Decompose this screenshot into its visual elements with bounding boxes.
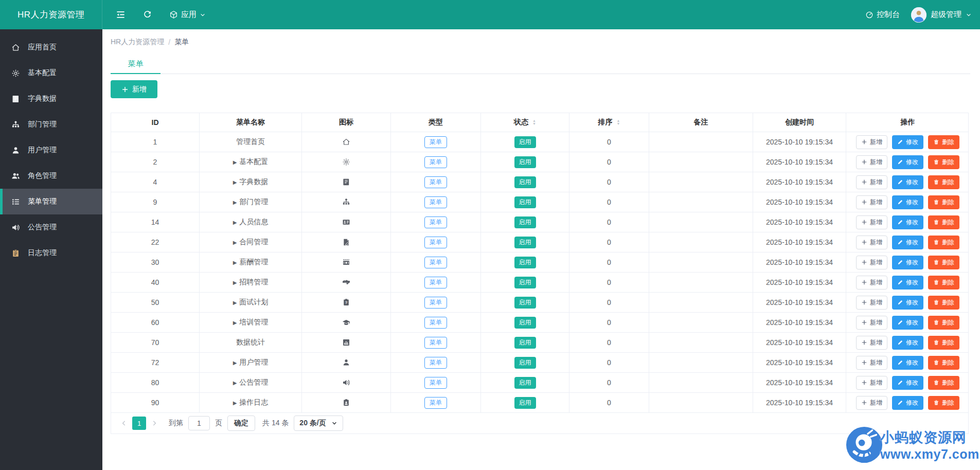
- row-add-button[interactable]: 新增: [856, 195, 887, 209]
- row-delete-button[interactable]: 删除: [928, 195, 959, 209]
- row-edit-button[interactable]: 修改: [892, 376, 923, 390]
- sidebar-item-menu[interactable]: 菜单管理: [0, 189, 102, 214]
- page-number-button[interactable]: 1: [132, 417, 146, 430]
- row-edit-button[interactable]: 修改: [892, 175, 923, 189]
- row-edit-button[interactable]: 修改: [892, 215, 923, 229]
- row-delete-button[interactable]: 删除: [928, 336, 959, 350]
- expand-caret-icon[interactable]: ▶: [233, 220, 237, 225]
- row-add-button[interactable]: 新增: [856, 175, 887, 189]
- expand-caret-icon[interactable]: ▶: [233, 360, 237, 366]
- row-delete-button[interactable]: 删除: [928, 215, 959, 229]
- row-delete-button[interactable]: 删除: [928, 316, 959, 330]
- column-header-5[interactable]: 状态▲▼: [481, 113, 569, 132]
- sidebar-item-label: 公告管理: [28, 223, 57, 232]
- row-delete-button[interactable]: 删除: [928, 396, 959, 410]
- sidebar-item-log[interactable]: 日志管理: [0, 240, 102, 266]
- sidebar-item-home[interactable]: 应用首页: [0, 34, 102, 60]
- table-row: 50▶面试计划?菜单启用02025-10-10 19:15:34新增修改删除: [111, 293, 968, 313]
- expand-caret-icon[interactable]: ▶: [233, 260, 237, 265]
- row-delete-button[interactable]: 删除: [928, 356, 959, 370]
- row-add-button[interactable]: 新增: [856, 296, 887, 310]
- cell-menu-name[interactable]: ▶操作日志: [200, 393, 302, 412]
- cell-menu-name[interactable]: ▶部门管理: [200, 192, 302, 212]
- expand-caret-icon[interactable]: ▶: [233, 320, 237, 326]
- row-delete-button[interactable]: 删除: [928, 376, 959, 390]
- action-button-label: 删除: [942, 358, 954, 367]
- row-edit-button[interactable]: 修改: [892, 356, 923, 370]
- expand-caret-icon[interactable]: ▶: [233, 179, 237, 185]
- cell-menu-name[interactable]: ▶合同管理: [200, 232, 302, 252]
- app-menu-dropdown[interactable]: 应用: [169, 10, 206, 20]
- row-edit-button[interactable]: 修改: [892, 336, 923, 350]
- page-size-select[interactable]: 20 条/页: [294, 415, 343, 431]
- row-delete-button[interactable]: 删除: [928, 155, 959, 169]
- next-page-button[interactable]: [151, 417, 157, 430]
- console-button[interactable]: 控制台: [865, 10, 900, 20]
- refresh-icon[interactable]: [143, 10, 152, 19]
- row-edit-button[interactable]: 修改: [892, 276, 923, 290]
- sidebar-item-dict[interactable]: 字典数据: [0, 86, 102, 112]
- cell-menu-name[interactable]: ▶基本配置: [200, 152, 302, 172]
- row-add-button[interactable]: 新增: [856, 236, 887, 249]
- expand-caret-icon[interactable]: ▶: [233, 380, 237, 386]
- expand-caret-icon[interactable]: ▶: [233, 300, 237, 305]
- row-edit-button[interactable]: 修改: [892, 256, 923, 269]
- cell-menu-name[interactable]: ▶薪酬管理: [200, 252, 302, 272]
- user-dropdown[interactable]: 超级管理: [911, 7, 972, 23]
- row-edit-button[interactable]: 修改: [892, 236, 923, 249]
- sidebar-item-notice[interactable]: 公告管理: [0, 214, 102, 240]
- confirm-page-button[interactable]: 确定: [227, 415, 255, 431]
- row-delete-button[interactable]: 删除: [928, 175, 959, 189]
- sidebar-item-config[interactable]: 基本配置: [0, 60, 102, 86]
- row-add-button[interactable]: 新增: [856, 135, 887, 149]
- row-edit-button[interactable]: 修改: [892, 135, 923, 149]
- cell-menu-name[interactable]: ▶用户管理: [200, 353, 302, 372]
- sidebar-item-user[interactable]: 用户管理: [0, 137, 102, 163]
- sort-carets-icon[interactable]: ▲▼: [617, 119, 620, 125]
- row-add-button[interactable]: 新增: [856, 155, 887, 169]
- add-button[interactable]: 新增: [111, 80, 157, 98]
- row-add-button[interactable]: 新增: [856, 396, 887, 410]
- expand-caret-icon[interactable]: ▶: [233, 200, 237, 205]
- sidebar-item-dept[interactable]: 部门管理: [0, 112, 102, 137]
- row-add-button[interactable]: 新增: [856, 276, 887, 290]
- row-add-button[interactable]: 新增: [856, 215, 887, 229]
- prev-page-button[interactable]: [121, 417, 127, 430]
- sidebar-item-role[interactable]: 角色管理: [0, 163, 102, 189]
- sort-carets-icon[interactable]: ▲▼: [532, 119, 536, 125]
- action-button-label: 删除: [942, 399, 954, 407]
- cell-menu-name[interactable]: ▶公告管理: [200, 373, 302, 392]
- row-delete-button[interactable]: 删除: [928, 296, 959, 310]
- page-input[interactable]: [188, 416, 210, 430]
- expand-caret-icon[interactable]: ▶: [233, 280, 237, 285]
- cell-menu-name[interactable]: ▶字典数据: [200, 172, 302, 192]
- row-add-button[interactable]: 新增: [856, 376, 887, 390]
- row-delete-button[interactable]: 删除: [928, 276, 959, 290]
- breadcrumb-root[interactable]: HR人力资源管理: [111, 38, 164, 47]
- cell-menu-name[interactable]: ▶招聘管理: [200, 273, 302, 292]
- cell-menu-name[interactable]: ▶面试计划: [200, 293, 302, 312]
- row-edit-button[interactable]: 修改: [892, 316, 923, 330]
- cell-menu-name[interactable]: ▶人员信息: [200, 212, 302, 232]
- trash-icon: [933, 179, 939, 185]
- cell-sort: 0: [569, 172, 649, 192]
- row-delete-button[interactable]: 删除: [928, 236, 959, 249]
- expand-caret-icon[interactable]: ▶: [233, 400, 237, 406]
- expand-caret-icon[interactable]: ▶: [233, 159, 237, 165]
- row-add-button[interactable]: 新增: [856, 336, 887, 350]
- cell-menu-name[interactable]: ▶培训管理: [200, 313, 302, 332]
- row-edit-button[interactable]: 修改: [892, 396, 923, 410]
- row-delete-button[interactable]: 删除: [928, 256, 959, 269]
- pencil-icon: [897, 299, 903, 305]
- tab-menu[interactable]: 菜单: [111, 53, 161, 74]
- row-edit-button[interactable]: 修改: [892, 195, 923, 209]
- row-add-button[interactable]: 新增: [856, 356, 887, 370]
- column-header-6[interactable]: 排序▲▼: [569, 113, 649, 132]
- row-add-button[interactable]: 新增: [856, 256, 887, 269]
- row-delete-button[interactable]: 删除: [928, 135, 959, 149]
- row-edit-button[interactable]: 修改: [892, 155, 923, 169]
- row-add-button[interactable]: 新增: [856, 316, 887, 330]
- row-edit-button[interactable]: 修改: [892, 296, 923, 310]
- expand-caret-icon[interactable]: ▶: [233, 240, 237, 245]
- menu-collapse-icon[interactable]: [116, 10, 126, 20]
